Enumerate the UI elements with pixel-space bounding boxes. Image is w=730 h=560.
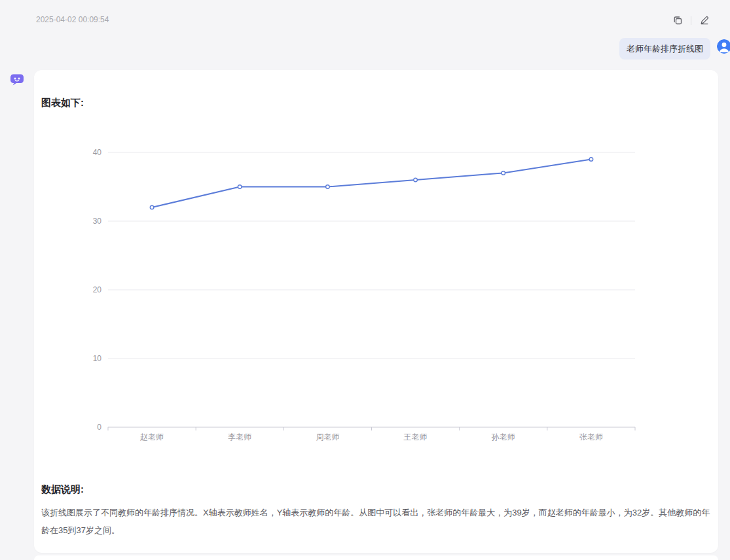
bot-icon — [10, 73, 24, 86]
svg-text:李老师: 李老师 — [228, 432, 251, 442]
svg-text:40: 40 — [93, 148, 102, 157]
assistant-avatar — [10, 73, 24, 86]
line-chart-svg: 010203040赵老师李老师周老师王老师孙老师张老师 — [34, 126, 718, 466]
svg-text:0: 0 — [97, 423, 101, 432]
copy-button[interactable] — [672, 14, 684, 26]
svg-text:孙老师: 孙老师 — [491, 432, 515, 442]
svg-text:张老师: 张老师 — [579, 432, 603, 442]
assistant-message-card: 图表如下: 010203040赵老师李老师周老师王老师孙老师张老师 数据说明: … — [34, 70, 718, 553]
svg-text:10: 10 — [93, 354, 102, 363]
user-avatar[interactable] — [717, 39, 730, 54]
user-message-text: 老师年龄排序折线图 — [627, 43, 703, 55]
user-avatar-icon — [717, 39, 730, 54]
chart-intro-title: 图表如下: — [41, 97, 84, 109]
next-message-card-edge — [34, 555, 718, 560]
svg-text:20: 20 — [93, 285, 102, 294]
toolbar-divider — [691, 16, 691, 25]
message-timestamp: 2025-04-02 00:09:54 — [36, 15, 109, 24]
edit-icon — [699, 15, 710, 26]
edit-button[interactable] — [699, 14, 710, 26]
copy-icon — [672, 15, 683, 26]
svg-text:30: 30 — [93, 217, 102, 226]
message-toolbar — [672, 14, 710, 26]
svg-text:王老师: 王老师 — [404, 432, 428, 442]
svg-text:周老师: 周老师 — [316, 432, 339, 442]
line-chart: 010203040赵老师李老师周老师王老师孙老师张老师 — [34, 126, 718, 466]
user-message-bubble: 老师年龄排序折线图 — [619, 38, 710, 60]
svg-text:赵老师: 赵老师 — [140, 432, 164, 442]
notes-text: 该折线图展示了不同教师的年龄排序情况。X轴表示教师姓名，Y轴表示教师的年龄。从图… — [41, 504, 710, 539]
notes-title: 数据说明: — [41, 483, 84, 496]
